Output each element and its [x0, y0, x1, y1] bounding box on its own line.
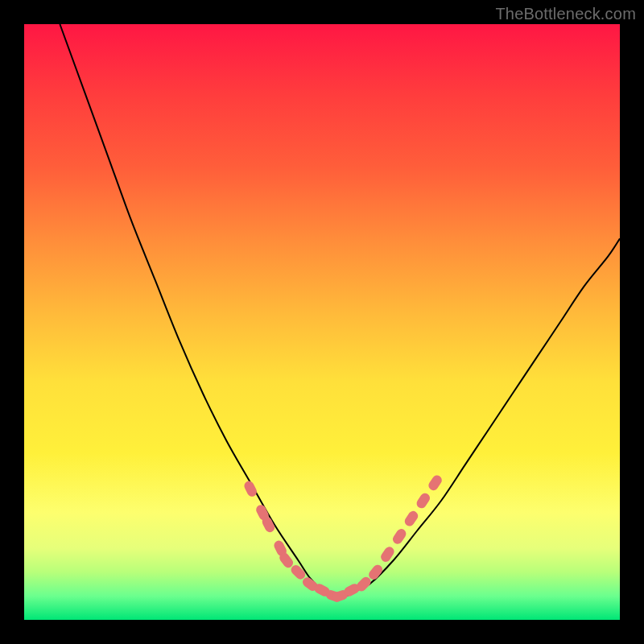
data-marker — [391, 527, 408, 546]
marker-cluster-left — [242, 480, 361, 604]
bottleneck-curve — [60, 24, 620, 597]
data-marker — [242, 480, 258, 498]
plot-area — [24, 24, 620, 620]
data-marker — [415, 491, 431, 510]
chart-svg — [24, 24, 620, 620]
marker-cluster-right — [354, 473, 444, 593]
data-marker — [402, 510, 419, 528]
watermark-label: TheBottleneck.com — [495, 5, 636, 23]
data-marker — [427, 473, 444, 492]
chart-frame: TheBottleneck.com — [0, 0, 644, 644]
